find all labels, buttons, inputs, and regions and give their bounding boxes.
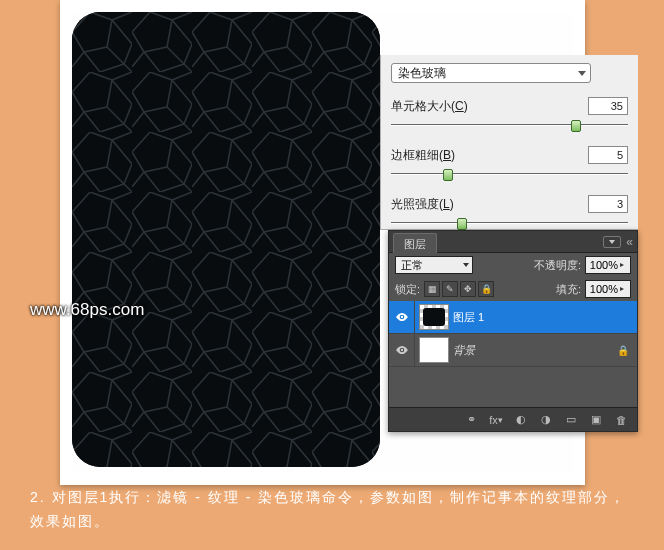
stepper-icon: ▸	[620, 285, 628, 293]
watermark-text: www.68ps.com	[30, 300, 144, 320]
visibility-toggle[interactable]	[389, 334, 415, 367]
blend-mode-select[interactable]: 正常	[395, 256, 473, 274]
layer-list-empty-area[interactable]	[389, 367, 637, 407]
fill-label: 填充:	[556, 282, 581, 297]
layer-group-icon[interactable]: ▭	[563, 413, 579, 427]
control-value-input[interactable]: 35	[588, 97, 628, 115]
control-value-input[interactable]: 5	[588, 146, 628, 164]
tab-layers[interactable]: 图层	[393, 233, 437, 253]
slider-track[interactable]	[391, 218, 628, 230]
panel-menu-icon[interactable]	[603, 236, 621, 248]
slider-track[interactable]	[391, 120, 628, 132]
layer-row[interactable]: 图层 1	[389, 301, 637, 334]
slider-track[interactable]	[391, 169, 628, 181]
control-value-input[interactable]: 3	[588, 195, 628, 213]
filter-control: 边框粗细(B)5	[391, 146, 628, 181]
filter-type-label: 染色玻璃	[398, 65, 446, 82]
eye-icon	[395, 343, 409, 357]
control-label: 边框粗细(B)	[391, 147, 455, 164]
lock-pixels-icon[interactable]: ✎	[442, 281, 458, 297]
lock-transparency-icon[interactable]: ▦	[424, 281, 440, 297]
filter-options-panel: 染色玻璃 单元格大小(C)35边框粗细(B)5光照强度(L)3	[380, 55, 638, 230]
slider-thumb[interactable]	[457, 218, 467, 230]
new-layer-icon[interactable]: ▣	[588, 413, 604, 427]
layer-thumbnail[interactable]	[419, 304, 449, 330]
eye-icon	[395, 310, 409, 324]
lock-icon: 🔒	[617, 345, 631, 356]
lock-buttons: ▦ ✎ ✥ 🔒	[424, 281, 494, 297]
fill-input[interactable]: 100%▸	[585, 280, 631, 298]
instruction-caption: 2. 对图层1执行：滤镜 - 纹理 - 染色玻璃命令，参数如图，制作记事本的纹理…	[30, 486, 634, 534]
stepper-icon: ▸	[620, 261, 628, 269]
slider-thumb[interactable]	[443, 169, 453, 181]
chevron-down-icon	[463, 263, 469, 267]
slider-thumb[interactable]	[571, 120, 581, 132]
lock-position-icon[interactable]: ✥	[460, 281, 476, 297]
filter-control: 单元格大小(C)35	[391, 97, 628, 132]
visibility-toggle[interactable]	[389, 301, 415, 334]
voronoi-pattern	[72, 12, 380, 467]
layer-row[interactable]: 背景🔒	[389, 334, 637, 367]
filter-control: 光照强度(L)3	[391, 195, 628, 230]
layer-mask-icon[interactable]: ◐	[513, 413, 529, 427]
link-layers-icon[interactable]: ⚭	[463, 413, 479, 427]
lock-all-icon[interactable]: 🔒	[478, 281, 494, 297]
chevron-down-icon	[578, 71, 586, 76]
lock-fill-row: 锁定: ▦ ✎ ✥ 🔒 填充: 100%▸	[389, 277, 637, 301]
panel-collapse-icon[interactable]: «	[626, 235, 633, 249]
layers-panel: 图层 « 正常 不透明度: 100%▸ 锁定: ▦ ✎ ✥ 🔒 填充: 100%…	[388, 230, 638, 432]
opacity-input[interactable]: 100%▸	[585, 256, 631, 274]
layer-thumbnail[interactable]	[419, 337, 449, 363]
svg-point-3	[400, 349, 402, 351]
control-label: 单元格大小(C)	[391, 98, 468, 115]
svg-point-2	[400, 316, 402, 318]
adjustment-layer-icon[interactable]: ◑	[538, 413, 554, 427]
layers-footer: ⚭ fx▾ ◐ ◑ ▭ ▣ 🗑	[389, 407, 637, 431]
layer-list: 图层 1背景🔒	[389, 301, 637, 367]
layer-name[interactable]: 背景	[453, 343, 617, 358]
stained-glass-texture	[72, 12, 380, 467]
delete-layer-icon[interactable]: 🗑	[613, 413, 629, 427]
svg-rect-1	[72, 12, 380, 467]
opacity-label: 不透明度:	[534, 258, 581, 273]
blend-opacity-row: 正常 不透明度: 100%▸	[389, 253, 637, 277]
layer-name[interactable]: 图层 1	[453, 310, 637, 325]
control-label: 光照强度(L)	[391, 196, 454, 213]
panel-tab-bar: 图层 «	[389, 231, 637, 253]
lock-label: 锁定:	[395, 282, 420, 297]
filter-type-dropdown[interactable]: 染色玻璃	[391, 63, 591, 83]
layer-fx-icon[interactable]: fx▾	[488, 413, 504, 427]
